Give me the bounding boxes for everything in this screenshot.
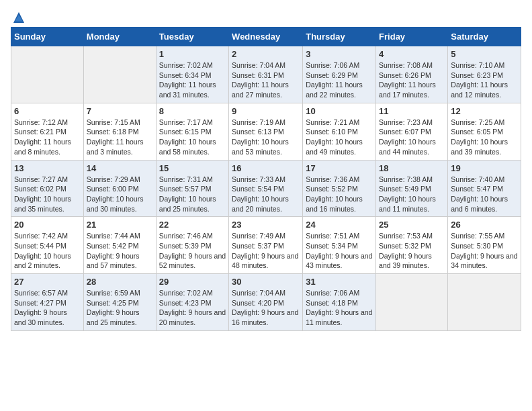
day-cell: 25Sunrise: 7:53 AMSunset: 5:32 PMDayligh… bbox=[376, 217, 448, 274]
day-number: 26 bbox=[451, 220, 518, 230]
day-number: 24 bbox=[306, 220, 373, 230]
day-number: 16 bbox=[232, 163, 300, 173]
day-number: 27 bbox=[14, 277, 81, 287]
day-number: 7 bbox=[87, 106, 153, 116]
day-info: Sunrise: 7:08 AMSunset: 6:26 PMDaylight:… bbox=[379, 60, 445, 100]
day-cell: 2Sunrise: 7:04 AMSunset: 6:31 PMDaylight… bbox=[229, 46, 303, 103]
day-number: 28 bbox=[87, 277, 153, 287]
day-info: Sunrise: 7:36 AMSunset: 5:52 PMDaylight:… bbox=[306, 175, 373, 214]
weekday-header-sunday: Sunday bbox=[11, 28, 84, 46]
day-info: Sunrise: 7:25 AMSunset: 6:05 PMDaylight:… bbox=[451, 118, 518, 157]
day-info: Sunrise: 6:57 AMSunset: 4:27 PMDaylight:… bbox=[14, 288, 81, 328]
day-info: Sunrise: 7:21 AMSunset: 6:10 PMDaylight:… bbox=[306, 118, 373, 157]
day-cell: 9Sunrise: 7:19 AMSunset: 6:13 PMDaylight… bbox=[229, 103, 303, 160]
day-cell: 23Sunrise: 7:49 AMSunset: 5:37 PMDayligh… bbox=[229, 217, 303, 274]
weekday-header-tuesday: Tuesday bbox=[156, 28, 228, 46]
logo bbox=[11, 11, 26, 20]
day-cell: 13Sunrise: 7:27 AMSunset: 6:02 PMDayligh… bbox=[11, 160, 84, 217]
day-number: 3 bbox=[306, 49, 373, 59]
day-info: Sunrise: 7:31 AMSunset: 5:57 PMDaylight:… bbox=[159, 175, 226, 214]
day-cell bbox=[376, 274, 448, 331]
day-number: 31 bbox=[306, 277, 373, 287]
day-cell: 6Sunrise: 7:12 AMSunset: 6:21 PMDaylight… bbox=[11, 103, 84, 160]
day-cell: 3Sunrise: 7:06 AMSunset: 6:29 PMDaylight… bbox=[303, 46, 376, 103]
logo-icon bbox=[12, 11, 26, 24]
day-info: Sunrise: 7:40 AMSunset: 5:47 PMDaylight:… bbox=[451, 175, 518, 214]
day-info: Sunrise: 7:55 AMSunset: 5:30 PMDaylight:… bbox=[451, 231, 518, 271]
day-info: Sunrise: 7:04 AMSunset: 4:20 PMDaylight:… bbox=[232, 288, 300, 328]
day-number: 23 bbox=[232, 220, 300, 230]
day-cell: 18Sunrise: 7:38 AMSunset: 5:49 PMDayligh… bbox=[376, 160, 448, 217]
day-number: 5 bbox=[451, 49, 518, 59]
day-info: Sunrise: 7:06 AMSunset: 6:29 PMDaylight:… bbox=[306, 60, 373, 100]
day-info: Sunrise: 7:15 AMSunset: 6:18 PMDaylight:… bbox=[87, 118, 153, 157]
day-cell: 14Sunrise: 7:29 AMSunset: 6:00 PMDayligh… bbox=[83, 160, 156, 217]
day-number: 18 bbox=[379, 163, 445, 173]
week-row-4: 20Sunrise: 7:42 AMSunset: 5:44 PMDayligh… bbox=[11, 217, 521, 274]
day-info: Sunrise: 7:51 AMSunset: 5:34 PMDaylight:… bbox=[306, 231, 373, 271]
weekday-header-thursday: Thursday bbox=[303, 28, 376, 46]
week-row-2: 6Sunrise: 7:12 AMSunset: 6:21 PMDaylight… bbox=[11, 103, 521, 160]
day-number: 8 bbox=[159, 106, 226, 116]
day-cell: 8Sunrise: 7:17 AMSunset: 6:15 PMDaylight… bbox=[156, 103, 228, 160]
day-number: 17 bbox=[306, 163, 373, 173]
day-number: 20 bbox=[14, 220, 81, 230]
day-number: 15 bbox=[159, 163, 226, 173]
day-info: Sunrise: 7:42 AMSunset: 5:44 PMDaylight:… bbox=[14, 231, 81, 271]
weekday-header-friday: Friday bbox=[376, 28, 448, 46]
day-cell: 24Sunrise: 7:51 AMSunset: 5:34 PMDayligh… bbox=[303, 217, 376, 274]
day-number: 9 bbox=[232, 106, 300, 116]
day-info: Sunrise: 7:29 AMSunset: 6:00 PMDaylight:… bbox=[87, 175, 153, 214]
day-info: Sunrise: 7:02 AMSunset: 4:23 PMDaylight:… bbox=[159, 288, 226, 328]
day-info: Sunrise: 7:10 AMSunset: 6:23 PMDaylight:… bbox=[451, 60, 518, 100]
day-number: 4 bbox=[379, 49, 445, 59]
day-number: 11 bbox=[379, 106, 445, 116]
day-number: 22 bbox=[159, 220, 226, 230]
day-number: 14 bbox=[87, 163, 153, 173]
page-header bbox=[11, 11, 521, 20]
day-info: Sunrise: 7:06 AMSunset: 4:18 PMDaylight:… bbox=[306, 288, 373, 328]
day-info: Sunrise: 7:19 AMSunset: 6:13 PMDaylight:… bbox=[232, 118, 300, 157]
day-cell: 10Sunrise: 7:21 AMSunset: 6:10 PMDayligh… bbox=[303, 103, 376, 160]
day-cell: 20Sunrise: 7:42 AMSunset: 5:44 PMDayligh… bbox=[11, 217, 84, 274]
day-cell bbox=[83, 46, 156, 103]
week-row-3: 13Sunrise: 7:27 AMSunset: 6:02 PMDayligh… bbox=[11, 160, 521, 217]
day-number: 2 bbox=[232, 49, 300, 59]
weekday-header-wednesday: Wednesday bbox=[229, 28, 303, 46]
week-row-5: 27Sunrise: 6:57 AMSunset: 4:27 PMDayligh… bbox=[11, 274, 521, 331]
day-info: Sunrise: 7:44 AMSunset: 5:42 PMDaylight:… bbox=[87, 231, 153, 271]
calendar-table: SundayMondayTuesdayWednesdayThursdayFrid… bbox=[11, 27, 521, 331]
day-info: Sunrise: 7:17 AMSunset: 6:15 PMDaylight:… bbox=[159, 118, 226, 157]
weekday-header-row: SundayMondayTuesdayWednesdayThursdayFrid… bbox=[11, 28, 521, 46]
day-cell: 7Sunrise: 7:15 AMSunset: 6:18 PMDaylight… bbox=[83, 103, 156, 160]
day-cell: 26Sunrise: 7:55 AMSunset: 5:30 PMDayligh… bbox=[448, 217, 521, 274]
day-cell: 4Sunrise: 7:08 AMSunset: 6:26 PMDaylight… bbox=[376, 46, 448, 103]
day-cell: 5Sunrise: 7:10 AMSunset: 6:23 PMDaylight… bbox=[448, 46, 521, 103]
day-number: 29 bbox=[159, 277, 226, 287]
day-info: Sunrise: 7:12 AMSunset: 6:21 PMDaylight:… bbox=[14, 118, 81, 157]
day-info: Sunrise: 7:27 AMSunset: 6:02 PMDaylight:… bbox=[14, 175, 81, 214]
day-info: Sunrise: 7:02 AMSunset: 6:34 PMDaylight:… bbox=[159, 60, 226, 100]
day-cell: 22Sunrise: 7:46 AMSunset: 5:39 PMDayligh… bbox=[156, 217, 228, 274]
day-info: Sunrise: 7:23 AMSunset: 6:07 PMDaylight:… bbox=[379, 118, 445, 157]
weekday-header-saturday: Saturday bbox=[448, 28, 521, 46]
day-info: Sunrise: 7:46 AMSunset: 5:39 PMDaylight:… bbox=[159, 231, 226, 271]
day-number: 12 bbox=[451, 106, 518, 116]
day-info: Sunrise: 7:33 AMSunset: 5:54 PMDaylight:… bbox=[232, 175, 300, 214]
day-cell: 11Sunrise: 7:23 AMSunset: 6:07 PMDayligh… bbox=[376, 103, 448, 160]
day-number: 25 bbox=[379, 220, 445, 230]
day-info: Sunrise: 6:59 AMSunset: 4:25 PMDaylight:… bbox=[87, 288, 153, 328]
weekday-header-monday: Monday bbox=[83, 28, 156, 46]
day-info: Sunrise: 7:38 AMSunset: 5:49 PMDaylight:… bbox=[379, 175, 445, 214]
day-cell: 21Sunrise: 7:44 AMSunset: 5:42 PMDayligh… bbox=[83, 217, 156, 274]
day-cell: 15Sunrise: 7:31 AMSunset: 5:57 PMDayligh… bbox=[156, 160, 228, 217]
day-number: 30 bbox=[232, 277, 300, 287]
day-info: Sunrise: 7:49 AMSunset: 5:37 PMDaylight:… bbox=[232, 231, 300, 271]
day-cell: 17Sunrise: 7:36 AMSunset: 5:52 PMDayligh… bbox=[303, 160, 376, 217]
day-number: 13 bbox=[14, 163, 81, 173]
day-cell bbox=[448, 274, 521, 331]
day-cell: 27Sunrise: 6:57 AMSunset: 4:27 PMDayligh… bbox=[11, 274, 84, 331]
day-number: 10 bbox=[306, 106, 373, 116]
day-number: 19 bbox=[451, 163, 518, 173]
day-cell: 28Sunrise: 6:59 AMSunset: 4:25 PMDayligh… bbox=[83, 274, 156, 331]
